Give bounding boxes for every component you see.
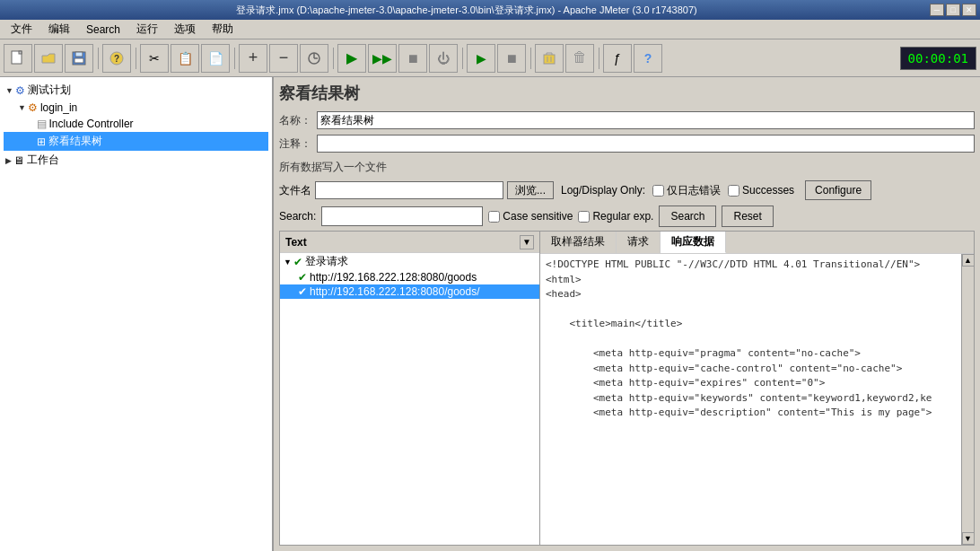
successes-checkbox-label[interactable]: Successes — [728, 184, 794, 197]
add-button[interactable]: + — [239, 44, 267, 73]
testplan-label: 测试计划 — [28, 83, 71, 98]
tab-sampler-results[interactable]: 取样器结果 — [540, 232, 617, 253]
menu-item-0[interactable]: 文件 — [4, 20, 39, 39]
response-content-area: <!DOCTYPE HTML PUBLIC "-//W3C//DTD HTML … — [540, 254, 961, 545]
results-tree-header: Text ▼ — [280, 232, 539, 253]
clear-button[interactable] — [535, 44, 564, 73]
comment-label: 注释： — [279, 136, 311, 152]
log-only-label: Log/Display Only: — [561, 184, 645, 197]
configure-button[interactable]: Configure — [805, 180, 871, 200]
content-line-4 — [546, 302, 956, 318]
remote-stop-button[interactable]: ⏹ — [497, 44, 526, 73]
run-no-pause-button[interactable]: ▶▶ — [368, 44, 397, 73]
content-line-9: <meta http-equiv="expires" content="0"> — [546, 376, 956, 391]
cut-button[interactable]: ✂ — [140, 44, 169, 73]
open-button[interactable] — [34, 44, 63, 73]
tree-item-workbench[interactable]: ▶ 🖥 工作台 — [4, 151, 268, 170]
minimize-button[interactable]: ─ — [930, 4, 944, 16]
login-request-label: 登录请求 — [305, 254, 348, 269]
tree-item-results-tree[interactable]: ⊞ 察看结果树 — [4, 132, 268, 151]
vscroll-up[interactable]: ▲ — [962, 254, 975, 267]
remove-button[interactable]: − — [269, 44, 298, 73]
menu-item-2[interactable]: Search — [79, 22, 127, 38]
include-icon: ▤ — [37, 118, 47, 130]
toolbar-sep-3 — [232, 44, 237, 73]
text-dropdown-label: Text — [285, 236, 307, 249]
regular-exp-label[interactable]: Regular exp. — [578, 210, 653, 223]
tree-item-include-controller[interactable]: ▤ Include Controller — [4, 116, 268, 132]
new-button[interactable] — [4, 44, 32, 73]
result-item-goods[interactable]: ✔ http://192.168.222.128:8080/goods — [280, 270, 539, 284]
name-label: 名称： — [279, 113, 311, 128]
tree-item-testplan[interactable]: ▼ ⚙ 测试计划 — [4, 81, 268, 100]
stop-button[interactable]: ⏹ — [398, 44, 427, 73]
menu-item-1[interactable]: 编辑 — [41, 20, 77, 39]
maximize-button[interactable]: □ — [946, 4, 960, 16]
case-sensitive-label[interactable]: Case sensitive — [488, 210, 573, 223]
results-expand-arrow — [32, 137, 35, 146]
window-title: 登录请求.jmx (D:\apache-jmeter-3.0\apache-jm… — [4, 4, 930, 17]
svg-rect-4 — [74, 58, 83, 63]
window-controls: ─ □ ✕ — [930, 4, 976, 16]
include-expand-arrow — [32, 119, 35, 128]
text-dropdown-button[interactable]: ▼ — [520, 235, 534, 249]
search-row: Search: Case sensitive Regular exp. Sear… — [279, 206, 975, 227]
name-input[interactable] — [317, 111, 975, 129]
content-line-7: <meta http-equiv="pragma" content="no-ca… — [546, 346, 956, 362]
toolbar-sep-6 — [528, 44, 533, 73]
function-helper-button[interactable]: ƒ — [603, 44, 632, 73]
close-button[interactable]: ✕ — [962, 4, 976, 16]
goods-label: http://192.168.222.128:8080/goods — [310, 271, 477, 284]
include-label: Include Controller — [49, 118, 134, 130]
menu-item-4[interactable]: 选项 — [167, 20, 203, 39]
testplan-icon: ⚙ — [15, 84, 25, 97]
name-row: 名称： — [279, 111, 975, 129]
paste-button[interactable]: 📄 — [201, 44, 230, 73]
regular-exp-checkbox[interactable] — [578, 211, 590, 223]
clear-all-button[interactable]: 🗑 — [565, 44, 594, 73]
goods-slash-success-icon: ✔ — [298, 285, 307, 298]
errors-checkbox-label[interactable]: 仅日志错误 — [652, 183, 721, 198]
results-left-panel: Text ▼ ▼ ✔ 登录请求 — [280, 232, 540, 545]
menu-bar: 文件编辑Search运行选项帮助 — [0, 20, 980, 39]
content-line-1: <!DOCTYPE HTML PUBLIC "-//W3C//DTD HTML … — [546, 258, 956, 273]
comment-row: 注释： — [279, 135, 975, 153]
tab-response-data[interactable]: 响应数据 — [661, 232, 726, 253]
content-line-8: <meta http-equiv="cache-control" content… — [546, 362, 956, 377]
tree-item-login[interactable]: ▼ ⚙ login_in — [4, 100, 268, 116]
menu-item-3[interactable]: 运行 — [129, 20, 165, 39]
comment-input[interactable] — [317, 135, 975, 153]
reset-button[interactable]: Reset — [722, 206, 773, 227]
file-input[interactable] — [315, 181, 503, 199]
search-input[interactable] — [321, 206, 483, 226]
browse-button[interactable] — [300, 44, 328, 73]
remote-run-button[interactable]: ▶ — [467, 44, 495, 73]
errors-checkbox[interactable] — [652, 185, 664, 197]
results-tree-scroll: ▼ ✔ 登录请求 ✔ http://192.168.222.128:8080/g… — [280, 253, 539, 545]
content-vscroll[interactable]: ▲ ▼ — [961, 254, 974, 545]
case-sensitive-checkbox[interactable] — [488, 211, 500, 223]
result-item-login-request[interactable]: ▼ ✔ 登录请求 — [280, 253, 539, 270]
copy-button[interactable]: 📋 — [171, 44, 199, 73]
help2-button[interactable]: ? — [634, 44, 662, 73]
successes-checkbox[interactable] — [728, 185, 739, 197]
toolbar-sep-2 — [133, 44, 138, 73]
results-icon: ⊞ — [37, 136, 46, 148]
vscroll-down[interactable]: ▼ — [962, 532, 975, 545]
login-expand-arrow: ▼ — [18, 103, 26, 112]
browse-file-button[interactable]: 浏览... — [507, 181, 554, 199]
results-tree-label: 察看结果树 — [48, 134, 102, 149]
run-button[interactable]: ▶ — [337, 44, 366, 73]
save-button[interactable] — [65, 44, 93, 73]
workbench-expand-arrow: ▶ — [5, 156, 12, 165]
content-scroll-wrapper: <!DOCTYPE HTML PUBLIC "-//W3C//DTD HTML … — [540, 254, 974, 545]
search-button[interactable]: Search — [659, 206, 716, 227]
results-container: Text ▼ ▼ ✔ 登录请求 — [279, 231, 975, 546]
tab-bar: 取样器结果 请求 响应数据 — [540, 232, 974, 254]
help-button[interactable]: ? — [102, 44, 131, 73]
tab-request[interactable]: 请求 — [617, 232, 661, 253]
content-line-5: <title>main</title> — [546, 317, 956, 332]
shutdown-button[interactable]: ⏻ — [429, 44, 458, 73]
menu-item-5[interactable]: 帮助 — [205, 20, 241, 39]
result-item-goods-slash[interactable]: ✔ http://192.168.222.128:8080/goods/ — [280, 284, 539, 299]
